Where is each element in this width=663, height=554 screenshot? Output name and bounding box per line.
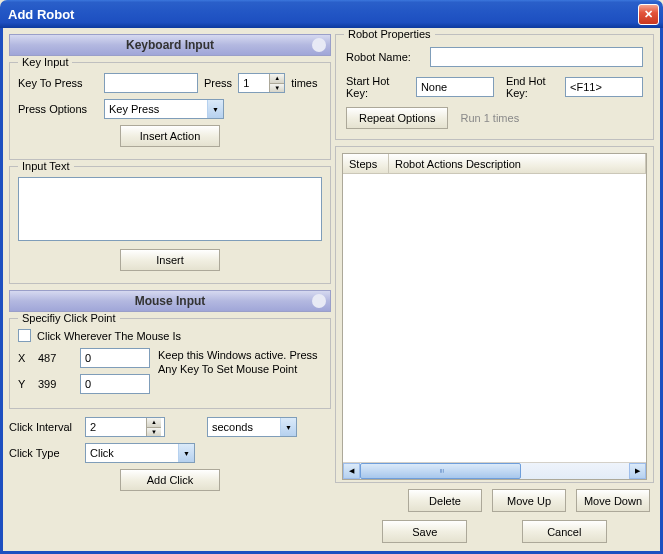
table-header: Steps Robot Actions Description <box>343 154 646 174</box>
y-display: 399 <box>38 378 74 390</box>
input-text-area[interactable] <box>18 177 322 241</box>
click-type-label: Click Type <box>9 447 79 459</box>
start-hotkey-input[interactable] <box>416 77 494 97</box>
interval-unit-value: seconds <box>208 421 280 433</box>
title-bar: Add Robot ✕ <box>0 0 663 28</box>
keyboard-panel-header: Keyboard Input <box>9 34 331 56</box>
key-to-press-label: Key To Press <box>18 77 98 89</box>
table-body[interactable] <box>343 174 646 462</box>
close-icon: ✕ <box>644 8 653 21</box>
insert-button[interactable]: Insert <box>120 249 220 271</box>
dialog-buttons-row: Save Cancel <box>335 518 654 545</box>
repeat-text: Run 1 times <box>460 112 519 124</box>
y-label: Y <box>18 378 32 390</box>
insert-action-button[interactable]: Insert Action <box>120 125 220 147</box>
spin-down-icon[interactable]: ▼ <box>146 428 161 437</box>
delete-button[interactable]: Delete <box>408 489 482 512</box>
press-count-spinner[interactable]: ▲▼ <box>238 73 285 93</box>
left-column: Keyboard Input Key Input Key To Press Pr… <box>9 34 331 545</box>
scroll-left-icon[interactable]: ◀ <box>343 463 360 479</box>
actions-column-header[interactable]: Robot Actions Description <box>389 154 646 174</box>
start-hotkey-label: Start Hot Key: <box>346 75 410 99</box>
mouse-panel-title: Mouse Input <box>16 294 324 308</box>
times-label: times <box>291 77 317 89</box>
click-type-value: Click <box>86 447 178 459</box>
click-interval-spinner[interactable]: ▲▼ <box>85 417 165 437</box>
x-display: 487 <box>38 352 74 364</box>
horizontal-scrollbar[interactable]: ◀ ▶ <box>343 462 646 479</box>
collapse-icon[interactable] <box>312 38 326 52</box>
repeat-options-button[interactable]: Repeat Options <box>346 107 448 129</box>
x-label: X <box>18 352 32 364</box>
dialog-content: Keyboard Input Key Input Key To Press Pr… <box>0 28 663 554</box>
click-wherever-label: Click Wherever The Mouse Is <box>37 330 181 342</box>
robot-name-label: Robot Name: <box>346 51 424 63</box>
robot-properties-legend: Robot Properties <box>344 28 435 40</box>
spin-up-icon[interactable]: ▲ <box>146 418 161 428</box>
key-input-group: Key Input Key To Press Press ▲▼ times Pr… <box>9 62 331 160</box>
scroll-right-icon[interactable]: ▶ <box>629 463 646 479</box>
mouse-panel: Mouse Input Specifiy Click Point Click W… <box>9 290 331 495</box>
move-up-button[interactable]: Move Up <box>492 489 566 512</box>
keyboard-panel: Keyboard Input Key Input Key To Press Pr… <box>9 34 331 284</box>
interval-unit-combo[interactable]: seconds ▼ <box>207 417 297 437</box>
actions-table-wrap: Steps Robot Actions Description ◀ ▶ <box>335 146 654 483</box>
steps-column-header[interactable]: Steps <box>343 154 389 174</box>
spin-up-icon[interactable]: ▲ <box>269 74 284 84</box>
mouse-hint-text: Keep this Windows active. Press Any Key … <box>158 348 322 377</box>
input-text-legend: Input Text <box>18 160 74 172</box>
chevron-down-icon[interactable]: ▼ <box>207 100 223 118</box>
scroll-track[interactable] <box>360 463 629 479</box>
specify-click-legend: Specifiy Click Point <box>18 312 120 324</box>
chevron-down-icon[interactable]: ▼ <box>280 418 296 436</box>
close-button[interactable]: ✕ <box>638 4 659 25</box>
press-options-value: Key Press <box>105 103 207 115</box>
press-options-label: Press Options <box>18 103 98 115</box>
move-down-button[interactable]: Move Down <box>576 489 650 512</box>
key-to-press-input[interactable] <box>104 73 198 93</box>
end-hotkey-label: End Hot Key: <box>506 75 559 99</box>
cancel-button[interactable]: Cancel <box>522 520 607 543</box>
end-hotkey-input[interactable] <box>565 77 643 97</box>
actions-table[interactable]: Steps Robot Actions Description ◀ ▶ <box>342 153 647 480</box>
collapse-icon[interactable] <box>312 294 326 308</box>
press-label: Press <box>204 77 232 89</box>
click-interval-label: Click Interval <box>9 421 79 433</box>
window-title: Add Robot <box>8 7 74 22</box>
add-click-button[interactable]: Add Click <box>120 469 220 491</box>
key-input-legend: Key Input <box>18 56 72 68</box>
scroll-thumb[interactable] <box>360 463 521 479</box>
robot-name-input[interactable] <box>430 47 643 67</box>
mouse-panel-header: Mouse Input <box>9 290 331 312</box>
table-buttons-row: Delete Move Up Move Down <box>335 489 654 512</box>
click-interval-input[interactable] <box>86 418 146 436</box>
specify-click-group: Specifiy Click Point Click Wherever The … <box>9 318 331 409</box>
right-column: Robot Properties Robot Name: Start Hot K… <box>335 34 654 545</box>
x-input[interactable] <box>80 348 150 368</box>
click-wherever-checkbox[interactable] <box>18 329 31 342</box>
spin-down-icon[interactable]: ▼ <box>269 84 284 93</box>
click-type-combo[interactable]: Click ▼ <box>85 443 195 463</box>
y-input[interactable] <box>80 374 150 394</box>
press-count-input[interactable] <box>239 74 269 92</box>
input-text-group: Input Text Insert <box>9 166 331 284</box>
chevron-down-icon[interactable]: ▼ <box>178 444 194 462</box>
robot-properties-group: Robot Properties Robot Name: Start Hot K… <box>335 34 654 140</box>
press-options-combo[interactable]: Key Press ▼ <box>104 99 224 119</box>
keyboard-panel-title: Keyboard Input <box>16 38 324 52</box>
save-button[interactable]: Save <box>382 520 467 543</box>
